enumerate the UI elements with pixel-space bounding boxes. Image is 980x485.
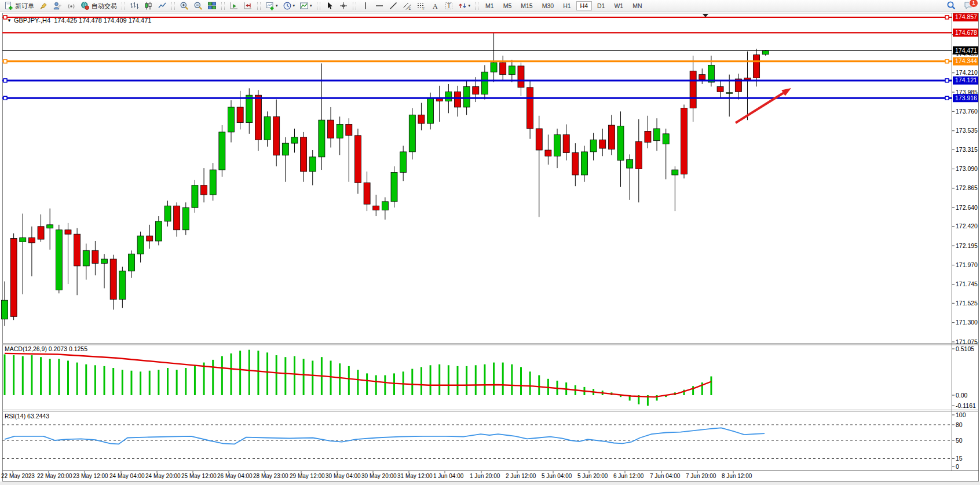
arrows-icon (458, 1, 467, 10)
zoom-in-button[interactable] (177, 0, 191, 12)
bar-chart-icon (130, 1, 139, 10)
new-order-button-label: 新订单 (15, 2, 34, 10)
candle-body (373, 206, 379, 210)
time-axis-label: 26 May 04:00 (217, 473, 253, 479)
zoom-out-icon (193, 1, 203, 10)
level-line-handle[interactable] (3, 60, 7, 63)
timeframe-d1-button[interactable]: D1 (593, 1, 609, 10)
auto-scroll-icon (229, 1, 239, 10)
candle-body (563, 134, 569, 152)
svg-text:T: T (447, 3, 451, 9)
candle-body (20, 238, 26, 242)
chart-canvas[interactable]: 174.655174.430174.210173.985173.760173.5… (0, 0, 980, 485)
price-tick-label: 172.865 (956, 184, 978, 191)
candle-body (38, 227, 44, 239)
toolbar-separator (475, 2, 478, 10)
candle-body (590, 140, 597, 152)
publisher-button[interactable] (50, 0, 64, 12)
signals-button[interactable] (64, 0, 78, 12)
time-axis-label: 29 May 12:00 (290, 473, 325, 479)
zoom-out-button[interactable] (191, 0, 205, 12)
toolbar-separator (122, 2, 125, 10)
templates-icon (299, 1, 309, 10)
symbol-marker-icon: ▼ (7, 18, 12, 23)
price-tick-label: 174.210 (956, 69, 978, 76)
candle-body (627, 159, 633, 168)
svg-text:E: E (408, 7, 411, 10)
candle-body (354, 136, 361, 183)
candle-body (391, 173, 397, 202)
chat-button[interactable]: 1 (964, 1, 974, 11)
timeframe-h4-button[interactable]: H4 (576, 1, 592, 10)
text-button[interactable]: A (428, 0, 442, 12)
candle-body (427, 98, 434, 123)
level-line-handle[interactable] (945, 79, 949, 82)
level-line-handle[interactable] (945, 96, 949, 100)
timeframe-m1-button[interactable]: M1 (481, 1, 498, 10)
time-axis-label: 1 Jun 04:00 (433, 473, 464, 479)
chevron-down-icon: ▾ (469, 3, 471, 8)
horizontal-line-button[interactable] (372, 0, 386, 12)
level-line-handle[interactable] (3, 96, 7, 100)
candle-body (754, 55, 760, 78)
candle-body (572, 152, 579, 175)
text-label-button[interactable]: T (442, 0, 456, 12)
search-button[interactable] (946, 1, 957, 11)
timeframe-mn-button[interactable]: MN (628, 1, 646, 10)
macd-indicator-label: MACD(12,26,9) 0.2073 0.1255 (5, 345, 87, 352)
candle-body (654, 129, 660, 141)
chart-window-frame (3, 13, 979, 482)
level-line-handle[interactable] (945, 16, 949, 19)
timeframe-m15-button[interactable]: M15 (517, 1, 536, 10)
cursor-button[interactable] (323, 0, 337, 12)
candle-body (110, 259, 116, 300)
periods-button[interactable]: ▾ (280, 0, 298, 12)
macd-tick-label: 0.00 (956, 392, 968, 399)
timeframe-m30-button[interactable]: M30 (538, 1, 558, 10)
level-line-handle[interactable] (3, 79, 7, 82)
price-tick-label: 173.535 (956, 127, 978, 134)
candle-body (645, 131, 651, 142)
auto-scroll-button[interactable] (227, 0, 241, 12)
line-chart-button[interactable] (155, 0, 169, 12)
styler-button[interactable] (36, 0, 50, 12)
toolbar-separator (353, 2, 356, 10)
rsi-tick-label: 15 (956, 455, 963, 462)
bar-chart-button[interactable] (127, 0, 141, 12)
new-chart-button[interactable]: ▾ (263, 0, 280, 12)
candle-body (56, 230, 62, 290)
autotrading-icon (81, 1, 90, 10)
templates-button[interactable]: ▾ (297, 0, 315, 12)
chart-ohlc-values: 174.425 174.478 174.409 174.471 (54, 17, 151, 24)
vertical-line-button[interactable] (359, 0, 372, 12)
time-axis-label: 6 Jun 12:00 (613, 473, 644, 479)
candle-body (663, 134, 669, 144)
new-order-button[interactable]: 新订单 (2, 0, 36, 12)
candle-body (545, 150, 551, 156)
candle-body (681, 108, 688, 174)
candle-body (455, 92, 461, 107)
fibonacci-button[interactable]: F (414, 0, 428, 12)
candle-body (699, 75, 705, 80)
tile-windows-button[interactable] (205, 0, 219, 12)
trendline-button[interactable] (386, 0, 400, 12)
arrows-button[interactable]: ▾ (456, 0, 473, 12)
chart-title: ▼GBPJPY-,H4 174.425 174.478 174.409 174.… (7, 17, 151, 24)
crosshair-button[interactable] (337, 0, 350, 12)
candle-chart-icon (144, 1, 153, 10)
line-chart-icon (158, 1, 167, 10)
time-axis-label: 31 May 12:00 (397, 473, 433, 479)
timeframe-w1-button[interactable]: W1 (610, 1, 627, 10)
candle-body (255, 95, 261, 140)
candlestick-chart-button[interactable] (141, 0, 155, 12)
text-label-icon: T (444, 1, 454, 10)
candle-body (717, 86, 723, 92)
level-line-handle[interactable] (945, 60, 949, 63)
timeframe-h1-button[interactable]: H1 (559, 1, 575, 10)
chart-shift-button[interactable] (241, 0, 255, 12)
equidistant-channel-button[interactable]: E (400, 0, 414, 12)
price-tick-label: 173.090 (956, 165, 978, 172)
candle-body (273, 116, 280, 155)
autotrading-button[interactable]: 自动交易 (78, 0, 119, 12)
timeframe-m5-button[interactable]: M5 (499, 1, 516, 10)
